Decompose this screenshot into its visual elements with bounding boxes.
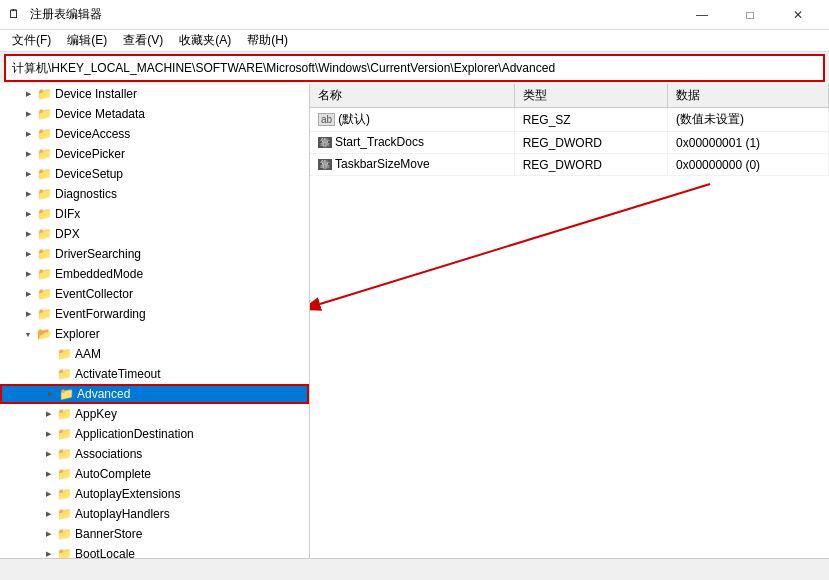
expand-icon[interactable] (40, 526, 56, 542)
tree-label: AutoComplete (75, 467, 151, 481)
expand-icon[interactable] (20, 266, 36, 282)
table-row[interactable]: 靠Start_TrackDocsREG_DWORD0x00000001 (1) (310, 132, 829, 154)
table-row[interactable]: ab(默认)REG_SZ(数值未设置) (310, 108, 829, 132)
folder-icon (36, 306, 52, 322)
reg-data: 0x00000001 (1) (668, 132, 829, 154)
reg-type: REG_DWORD (514, 154, 667, 176)
expand-icon[interactable] (40, 466, 56, 482)
tree-item-banner-store[interactable]: BannerStore (0, 524, 309, 544)
menu-item[interactable]: 收藏夹(A) (171, 30, 239, 51)
folder-icon (56, 526, 72, 542)
folder-icon (56, 506, 72, 522)
tree-label: EventCollector (55, 287, 133, 301)
tree-label: AutoplayHandlers (75, 507, 170, 521)
expand-icon[interactable] (20, 106, 36, 122)
menu-item[interactable]: 帮助(H) (239, 30, 296, 51)
tree-item-associations[interactable]: Associations (0, 444, 309, 464)
tree-item-diagnostics[interactable]: Diagnostics (0, 184, 309, 204)
menu-item[interactable]: 查看(V) (115, 30, 171, 51)
tree-item-explorer[interactable]: Explorer (0, 324, 309, 344)
tree-item-event-collector[interactable]: EventCollector (0, 284, 309, 304)
expand-icon[interactable] (20, 246, 36, 262)
expand-icon[interactable] (20, 166, 36, 182)
tree-item-device-access[interactable]: DeviceAccess (0, 124, 309, 144)
expand-icon[interactable] (40, 426, 56, 442)
folder-icon (36, 206, 52, 222)
menu-item[interactable]: 文件(F) (4, 30, 59, 51)
expand-icon[interactable] (20, 126, 36, 142)
expand-icon[interactable] (40, 366, 56, 382)
tree-item-aam[interactable]: AAM (0, 344, 309, 364)
expand-icon[interactable] (20, 146, 36, 162)
expand-icon[interactable] (20, 306, 36, 322)
expand-icon[interactable] (40, 406, 56, 422)
expand-icon[interactable] (40, 486, 56, 502)
menu-bar: 文件(F)编辑(E)查看(V)收藏夹(A)帮助(H) (0, 30, 829, 52)
tree-label: Associations (75, 447, 142, 461)
maximize-button[interactable]: □ (727, 0, 773, 30)
folder-icon (36, 326, 52, 342)
menu-item[interactable]: 编辑(E) (59, 30, 115, 51)
tree-item-application-destination[interactable]: ApplicationDestination (0, 424, 309, 444)
folder-icon (36, 186, 52, 202)
title-bar: 🗒 注册表编辑器 — □ ✕ (0, 0, 829, 30)
tree-item-dpx[interactable]: DPX (0, 224, 309, 244)
tree-label: AppKey (75, 407, 117, 421)
tree-item-activate-timeout[interactable]: ActivateTimeout (0, 364, 309, 384)
tree-item-driver-searching[interactable]: DriverSearching (0, 244, 309, 264)
close-button[interactable]: ✕ (775, 0, 821, 30)
folder-icon (36, 126, 52, 142)
tree-label: ApplicationDestination (75, 427, 194, 441)
expand-icon[interactable] (40, 446, 56, 462)
tree-label: BootLocale (75, 547, 135, 558)
tree-item-autoplay-extensions[interactable]: AutoplayExtensions (0, 484, 309, 504)
tree-item-auto-complete[interactable]: AutoComplete (0, 464, 309, 484)
tree-label: DPX (55, 227, 80, 241)
tree-item-device-metadata[interactable]: Device Metadata (0, 104, 309, 124)
tree-item-difx[interactable]: DIFx (0, 204, 309, 224)
minimize-button[interactable]: — (679, 0, 725, 30)
address-bar: 计算机\HKEY_LOCAL_MACHINE\SOFTWARE\Microsof… (4, 54, 825, 82)
expand-icon[interactable] (20, 326, 36, 342)
expand-icon[interactable] (20, 286, 36, 302)
expand-icon[interactable] (20, 226, 36, 242)
tree-item-app-key[interactable]: AppKey (0, 404, 309, 424)
tree-label: Device Metadata (55, 107, 145, 121)
table-row[interactable]: 靠TaskbarSizeMoveREG_DWORD0x00000000 (0) (310, 154, 829, 176)
reg-name: 靠TaskbarSizeMove (310, 154, 514, 176)
expand-icon[interactable] (20, 206, 36, 222)
reg-type: REG_SZ (514, 108, 667, 132)
tree-item-device-setup[interactable]: DeviceSetup (0, 164, 309, 184)
col-name: 名称 (310, 84, 514, 108)
expand-icon[interactable] (40, 506, 56, 522)
tree-panel[interactable]: Device InstallerDevice MetadataDeviceAcc… (0, 84, 310, 558)
svg-line-1 (320, 184, 710, 304)
folder-icon (58, 386, 74, 402)
status-bar (0, 558, 829, 580)
folder-icon (36, 106, 52, 122)
folder-icon (56, 426, 72, 442)
tree-label: DeviceSetup (55, 167, 123, 181)
tree-item-autoplay-handlers[interactable]: AutoplayHandlers (0, 504, 309, 524)
tree-label: Explorer (55, 327, 100, 341)
tree-label: DeviceAccess (55, 127, 130, 141)
expand-icon[interactable] (40, 546, 56, 558)
tree-item-device-installer[interactable]: Device Installer (0, 84, 309, 104)
expand-icon[interactable] (42, 386, 58, 402)
tree-label: Advanced (77, 387, 130, 401)
folder-icon (36, 246, 52, 262)
tree-item-embedded-mode[interactable]: EmbeddedMode (0, 264, 309, 284)
tree-item-event-forwarding[interactable]: EventForwarding (0, 304, 309, 324)
expand-icon[interactable] (20, 186, 36, 202)
folder-icon (56, 366, 72, 382)
tree-label: ActivateTimeout (75, 367, 161, 381)
expand-icon[interactable] (40, 346, 56, 362)
tree-item-boot-locale[interactable]: BootLocale (0, 544, 309, 558)
expand-icon[interactable] (20, 86, 36, 102)
col-type: 类型 (514, 84, 667, 108)
tree-item-advanced[interactable]: Advanced (0, 384, 309, 404)
col-data: 数据 (668, 84, 829, 108)
folder-icon (36, 146, 52, 162)
tree-item-device-picker[interactable]: DevicePicker (0, 144, 309, 164)
reg-type: REG_DWORD (514, 132, 667, 154)
